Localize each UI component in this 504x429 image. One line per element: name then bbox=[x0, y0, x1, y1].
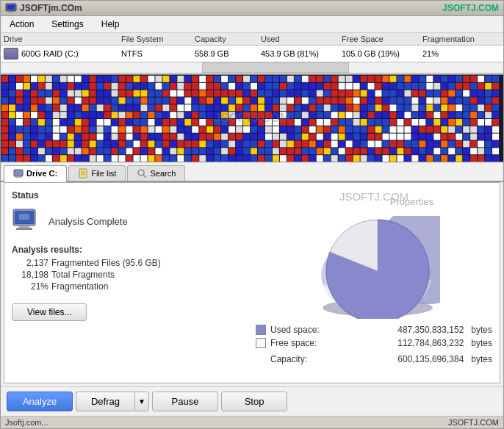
drive-fragmentation: 21% bbox=[422, 49, 504, 58]
svg-rect-1 bbox=[7, 5, 15, 10]
main-panel: Status Analysis Complete bbox=[4, 182, 500, 383]
fragmented-files-num: 2,137 bbox=[12, 258, 48, 268]
used-space-legend: Used space: 487,350,833,152 bytes bbox=[256, 325, 492, 335]
defrag-dropdown-arrow[interactable]: ▼ bbox=[134, 392, 149, 411]
drive-tab-icon bbox=[13, 168, 24, 179]
analysis-complete-row: Analysis Complete bbox=[12, 206, 248, 236]
drive-freespace: 105.0 GB (19%) bbox=[342, 49, 422, 58]
capacity-unit: bytes bbox=[471, 354, 492, 364]
drive-name: 600G RAID (C:) bbox=[4, 48, 121, 60]
free-unit: bytes bbox=[471, 338, 492, 348]
analysis-complete-text: Analysis Complete bbox=[48, 216, 128, 227]
menu-bar: Action Settings Help bbox=[1, 16, 503, 33]
analyze-button[interactable]: Analyze bbox=[7, 392, 73, 411]
menu-settings[interactable]: Settings bbox=[46, 18, 89, 31]
fragmentation-map: JSOFTJ.COM bbox=[1, 74, 503, 162]
drive-list: Drive File System Capacity Used Free Spa… bbox=[1, 33, 503, 74]
capacity-label: Capacity: bbox=[256, 354, 314, 364]
used-value: 487,350,833,152 bbox=[334, 325, 464, 335]
svg-rect-15 bbox=[19, 214, 29, 220]
drive-row[interactable]: 600G RAID (C:) NTFS 558.9 GB 453.9 GB (8… bbox=[1, 46, 503, 62]
horizontal-scrollbar[interactable] bbox=[1, 62, 503, 73]
fragmentation-num: 21% bbox=[12, 281, 48, 292]
left-panel: Status Analysis Complete bbox=[12, 190, 248, 375]
computer-icon bbox=[12, 206, 41, 236]
col-drive: Drive bbox=[4, 35, 121, 43]
pause-button[interactable]: Pause bbox=[152, 392, 218, 411]
tabs-bar: Drive C: File list Search bbox=[1, 162, 503, 182]
menu-action[interactable]: Action bbox=[4, 18, 40, 31]
app-icon bbox=[5, 2, 17, 14]
col-used: Used bbox=[261, 35, 342, 43]
properties-label: Properties bbox=[390, 196, 433, 207]
drive-list-header: Drive File System Capacity Used Free Spa… bbox=[1, 33, 503, 46]
used-color-box bbox=[256, 325, 266, 335]
free-value: 112,784,863,232 bbox=[334, 338, 464, 348]
defrag-button[interactable]: Defrag bbox=[76, 392, 134, 411]
capacity-value: 600,135,696,384 bbox=[319, 354, 464, 364]
search-tab-icon bbox=[137, 168, 147, 179]
free-space-legend: Free space: 112,784,863,232 bytes bbox=[256, 338, 492, 348]
results-label: Analysis results: bbox=[12, 245, 248, 255]
tab-file-list[interactable]: File list bbox=[68, 165, 126, 181]
footer-left: Jsoftj.com... bbox=[5, 418, 48, 427]
scrollbar-track bbox=[1, 62, 503, 73]
title-bar-brand: JSOFTJ.COM bbox=[442, 3, 499, 13]
svg-rect-5 bbox=[79, 169, 87, 178]
results-section: Analysis results: 2,137 Fragmented Files… bbox=[12, 245, 248, 321]
footer-right: JSOFTJ.COM bbox=[448, 418, 499, 427]
status-footer: Jsoftj.com... JSOFTJ.COM bbox=[1, 416, 503, 428]
col-capacity: Capacity bbox=[195, 35, 261, 43]
pie-chart-svg bbox=[308, 216, 440, 319]
menu-help[interactable]: Help bbox=[96, 18, 126, 31]
fragmented-files-desc: Fragmented Files (95.6 GB) bbox=[51, 258, 248, 268]
svg-rect-12 bbox=[19, 226, 29, 228]
view-files-button[interactable]: View files... bbox=[12, 303, 87, 321]
svg-rect-13 bbox=[16, 228, 32, 230]
total-fragments-num: 18,198 bbox=[12, 270, 48, 280]
drive-used: 453.9 GB (81%) bbox=[261, 49, 342, 58]
svg-rect-4 bbox=[15, 176, 21, 178]
free-label: Free space: bbox=[270, 338, 329, 348]
right-panel: JSOFTJ.COM Properties bbox=[256, 190, 492, 375]
used-unit: bytes bbox=[471, 325, 492, 335]
col-freespace: Free Space bbox=[342, 35, 422, 43]
pie-chart bbox=[308, 216, 440, 319]
free-color-box bbox=[256, 338, 266, 348]
fragmentation-desc: Fragmentation bbox=[51, 281, 248, 292]
filelist-tab-icon bbox=[78, 168, 88, 179]
used-label: Used space: bbox=[270, 325, 329, 335]
svg-rect-2 bbox=[9, 11, 13, 12]
svg-point-8 bbox=[138, 170, 144, 176]
fragmap-canvas bbox=[1, 75, 503, 162]
svg-rect-3 bbox=[14, 170, 23, 176]
drive-capacity: 558.9 GB bbox=[195, 49, 261, 58]
hdd-icon bbox=[4, 48, 18, 60]
app-title: JSOFTjm.COm bbox=[20, 3, 82, 13]
defrag-button-group: Defrag ▼ bbox=[76, 392, 149, 411]
tab-search[interactable]: Search bbox=[127, 165, 185, 181]
main-window: JSOFTjm.COm JSOFTJ.COM Action Settings H… bbox=[0, 0, 504, 429]
tab-drive-c[interactable]: Drive C: bbox=[4, 165, 67, 182]
panel-content: Status Analysis Complete bbox=[4, 183, 500, 383]
svg-line-9 bbox=[143, 175, 146, 178]
legend-area: Used space: 487,350,833,152 bytes Free s… bbox=[256, 325, 492, 364]
status-section: Status Analysis Complete bbox=[12, 190, 248, 321]
col-filesystem: File System bbox=[121, 35, 195, 43]
stop-button[interactable]: Stop bbox=[221, 392, 287, 411]
status-label: Status bbox=[12, 190, 248, 201]
capacity-legend: Capacity: 600,135,696,384 bytes bbox=[256, 354, 492, 364]
drive-filesystem: NTFS bbox=[121, 49, 195, 58]
bottom-bar: Analyze Defrag ▼ Pause Stop bbox=[1, 386, 503, 416]
title-bar-left: JSOFTjm.COm bbox=[5, 2, 82, 14]
results-grid: 2,137 Fragmented Files (95.6 GB) 18,198 … bbox=[12, 258, 248, 292]
col-fragmentation: Fragmentation bbox=[422, 35, 504, 43]
title-bar: JSOFTjm.COm JSOFTJ.COM bbox=[1, 1, 503, 16]
total-fragments-desc: Total Fragments bbox=[51, 270, 248, 280]
scrollbar-thumb bbox=[202, 62, 349, 73]
